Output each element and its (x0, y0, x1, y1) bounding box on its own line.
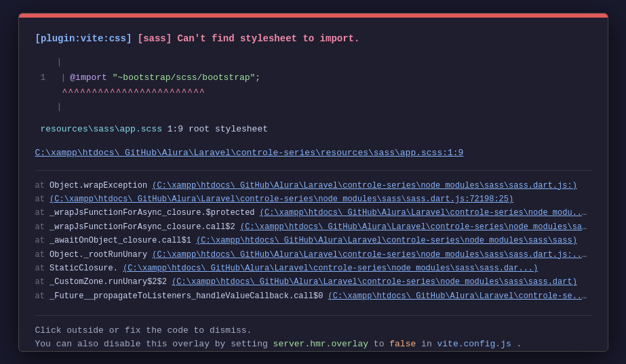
location-line: resources\sass\app.scss 1:9 root stylesh… (35, 123, 591, 137)
dismiss-period: . (517, 339, 522, 349)
stack-line: at Object._rootRunUnary (C:\xampp\htdocs… (35, 248, 591, 262)
stack-line: at _CustomZone.runUnary$2$2 (C:\xampp\ht… (35, 275, 591, 289)
error-message: Can't find stylesheet to import. (178, 33, 360, 44)
dismiss-prefix: You can also disable this overlay by set… (35, 339, 268, 349)
line-content: @import "~bootstrap/scss/bootstrap"; (70, 71, 260, 85)
dismiss-config-file: vite.config.js (437, 339, 511, 349)
dismiss-to: to (374, 339, 385, 349)
file-link[interactable]: C:\xampp\htdocs\_GitHub\Alura\Laravel\co… (35, 146, 591, 161)
error-overlay: [plugin:vite:css] [sass] Can't find styl… (18, 13, 608, 352)
dismiss-setting-key: server.hmr.overlay (273, 339, 368, 349)
location-filename: resources\sass\app.scss (41, 124, 162, 134)
stack-line: at (C:\xampp\htdocs\_GitHub\Alura\Larave… (35, 193, 591, 206)
location-pos-val: 1:9 (168, 124, 183, 134)
vertical-bar-before: | (41, 56, 591, 70)
sass-tag: [sass] (138, 33, 178, 44)
dismiss-section: Click outside or fix the code to dismiss… (35, 315, 591, 352)
stack-line: at _awaitOnObject_closure.call$1 (C:\xam… (35, 234, 591, 247)
caret-line: ^^^^^^^^^^^^^^^^^^^^^^^^ (41, 86, 591, 100)
overlay-content: [plugin:vite:css] [sass] Can't find styl… (19, 18, 608, 352)
stack-line: at _Future__propagateToListeners_handleV… (35, 289, 591, 303)
dismiss-line1: Click outside or fix the code to dismiss… (35, 324, 591, 338)
import-path-value: "~bootstrap/scss/bootstrap"; (113, 73, 260, 83)
location-label: root stylesheet (189, 124, 268, 134)
error-header: [plugin:vite:css] [sass] Can't find styl… (35, 31, 591, 46)
line-separator: | (61, 71, 66, 85)
dismiss-false: false (389, 339, 416, 349)
stack-line: at Object.wrapException (C:\xampp\htdocs… (35, 179, 591, 193)
code-line: 1 | @import "~bootstrap/scss/bootstrap"; (41, 71, 591, 85)
stack-line: at _wrapJsFunctionForAsync_closure.call$… (35, 220, 591, 234)
plugin-tag: [plugin:vite:css] (35, 33, 132, 44)
stack-line: at _wrapJsFunctionForAsync_closure.$prot… (35, 206, 591, 220)
code-block: | 1 | @import "~bootstrap/scss/bootstrap… (35, 56, 591, 115)
stack-trace: at Object.wrapException (C:\xampp\htdocs… (35, 170, 591, 306)
vertical-bar-after: | (41, 100, 591, 115)
stack-line: at Object._Future__propagateToListeners … (35, 303, 591, 305)
dismiss-in: in (421, 339, 432, 349)
import-keyword: @import (70, 73, 107, 83)
dismiss-line2: You can also disable this overlay by set… (35, 338, 591, 351)
stack-line: at StaticClosure. (C:\xampp\htdocs\_GitH… (35, 262, 591, 275)
line-number: 1 (41, 71, 57, 85)
